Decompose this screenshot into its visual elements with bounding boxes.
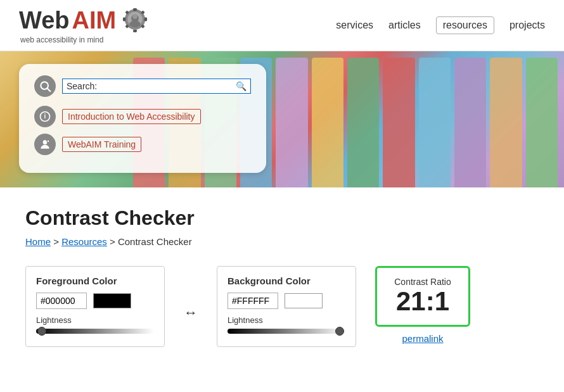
contrast-suffix: :1: [426, 286, 449, 316]
background-hex-input[interactable]: [228, 293, 278, 309]
nav-articles[interactable]: articles: [388, 20, 421, 31]
logo-aim: AIM: [72, 8, 117, 32]
logo-area: WebAIM: [19, 6, 149, 44]
background-slider-track[interactable]: [228, 329, 345, 338]
breadcrumb-resources[interactable]: Resources: [61, 236, 107, 247]
checker-row: Foreground Color Lightness ↔ Background …: [25, 266, 539, 347]
page-title: Contrast Checker: [25, 206, 539, 230]
hero-bar: [526, 58, 558, 187]
training-link[interactable]: WebAIM Training: [62, 137, 141, 152]
contrast-label: Contrast Ratio: [390, 277, 456, 287]
foreground-hex-input[interactable]: [36, 293, 87, 309]
svg-point-11: [129, 21, 141, 27]
breadcrumb: Home > Resources > Contrast Checker: [25, 236, 539, 247]
link-row-1: i Introduction to Web Accessibility: [34, 106, 251, 127]
main-nav: services articles resources projects: [336, 16, 545, 34]
search-input[interactable]: [99, 81, 236, 91]
breadcrumb-sep-1: >: [53, 236, 61, 247]
svg-text:i: i: [44, 113, 46, 120]
main-content: Contrast Checker Home > Resources > Cont…: [0, 187, 564, 372]
hero-bar: [419, 58, 451, 187]
breadcrumb-sep-2: >: [110, 236, 118, 247]
permalink[interactable]: permalink: [402, 333, 443, 344]
contrast-ratio-box: Contrast Ratio 21:1: [375, 266, 470, 327]
training-icon-circle: [34, 134, 56, 155]
background-input-row: [228, 293, 345, 309]
foreground-lightness-label: Lightness: [36, 315, 154, 325]
contrast-number: 21: [396, 286, 426, 316]
link-row-2: WebAIM Training: [34, 134, 251, 155]
logo-web: Web: [19, 8, 70, 32]
background-color-box: Background Color Lightness: [217, 266, 356, 347]
info-icon-circle: i: [34, 106, 56, 127]
svg-rect-3: [123, 18, 125, 22]
foreground-title: Foreground Color: [36, 275, 154, 286]
foreground-swatch: [93, 293, 131, 308]
search-icon-circle: [34, 75, 56, 97]
svg-point-12: [133, 14, 138, 18]
svg-point-17: [43, 140, 48, 144]
svg-rect-4: [144, 18, 147, 22]
foreground-input-row: [36, 293, 154, 309]
contrast-value: 21:1: [390, 287, 456, 316]
header: WebAIM: [0, 0, 564, 51]
hero-bar: [276, 58, 307, 187]
hero-bar: [312, 58, 343, 187]
search-input-wrapper: Search: 🔍: [62, 79, 251, 94]
swap-button[interactable]: ↔: [184, 305, 198, 321]
contrast-ratio-area: Contrast Ratio 21:1 permalink: [375, 266, 470, 344]
person-icon: [39, 138, 51, 151]
hero-bar: [454, 58, 486, 187]
logo: WebAIM: [19, 6, 149, 34]
background-swatch: [285, 293, 323, 308]
logo-tagline: web accessibility in mind: [20, 35, 103, 44]
svg-point-19: [48, 141, 49, 142]
hero-bar: [347, 58, 379, 187]
intro-link[interactable]: Introduction to Web Accessibility: [62, 109, 201, 124]
background-slider-thumb[interactable]: [335, 327, 344, 336]
background-lightness-label: Lightness: [228, 315, 345, 325]
foreground-slider-thumb[interactable]: [37, 327, 46, 336]
svg-rect-2: [133, 30, 137, 32]
info-icon: i: [39, 110, 51, 123]
search-icon: [39, 80, 51, 92]
nav-resources[interactable]: resources: [436, 16, 494, 34]
search-submit-button[interactable]: 🔍: [236, 81, 247, 91]
background-title: Background Color: [228, 275, 345, 286]
hero-bar: [490, 58, 522, 187]
foreground-color-box: Foreground Color Lightness: [25, 266, 165, 347]
svg-rect-1: [133, 8, 137, 11]
breadcrumb-current: Contrast Checker: [118, 236, 192, 247]
nav-projects[interactable]: projects: [510, 20, 545, 31]
hero-banner: Search: 🔍 i Introduction to Web Accessib…: [0, 51, 564, 187]
search-row: Search: 🔍: [34, 75, 251, 97]
foreground-slider-track[interactable]: [36, 329, 154, 338]
svg-line-14: [48, 89, 51, 92]
search-card: Search: 🔍 i Introduction to Web Accessib…: [19, 64, 266, 173]
nav-services[interactable]: services: [336, 20, 373, 31]
breadcrumb-home[interactable]: Home: [25, 236, 51, 247]
hero-bar: [383, 58, 414, 187]
logo-icon: [121, 6, 149, 34]
search-label: Search:: [67, 81, 97, 91]
